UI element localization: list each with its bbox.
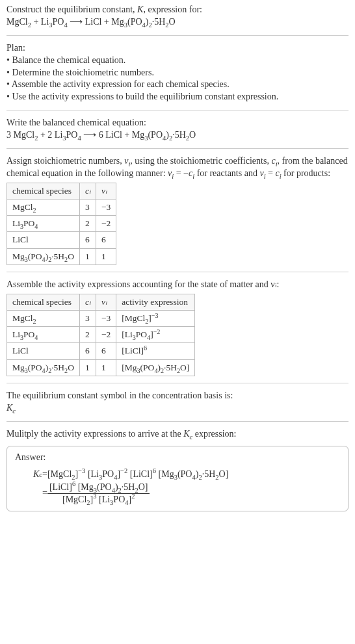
cell: [MgCl2]−3 — [116, 311, 195, 327]
h: νᵢ — [101, 186, 107, 196]
cell: 1 — [96, 248, 116, 264]
sp: (PO — [140, 363, 155, 372]
arrow: ⟶ — [81, 130, 99, 140]
sup: 6 — [72, 481, 75, 488]
cell: 6 — [79, 343, 96, 359]
k: K — [183, 429, 189, 439]
sup: −3 — [151, 312, 159, 319]
sp: Mg — [161, 469, 174, 479]
sp: (PO — [97, 482, 112, 492]
sp: (PO — [28, 363, 42, 372]
txt: , using the stoichiometric coefficients, — [130, 156, 271, 166]
stoich-intro: Assign stoichiometric numbers, νi, using… — [7, 155, 348, 180]
sp: (PO — [178, 469, 192, 479]
k: K — [7, 403, 12, 413]
table-row: Mg3(PO4)2·5H2O 1 1 [Mg3(PO4)2·5H2O] — [7, 359, 195, 376]
plus: + — [31, 17, 41, 27]
denominator: [MgCl2]3 [Li3PO4]2 — [60, 494, 137, 505]
sp: Mg — [125, 363, 137, 372]
h: νᵢ — [101, 297, 107, 307]
sp: + 2 Li — [38, 130, 62, 140]
cell: Mg3(PO4)2·5H2O — [7, 359, 80, 376]
sp: O — [219, 469, 226, 479]
plan-bullet: • Balance the chemical equation. — [7, 55, 348, 67]
multiply-text: Mulitply the activity expressions to arr… — [7, 429, 183, 439]
plan-title: Plan: — [7, 42, 348, 55]
cell: Li3PO4 — [7, 216, 80, 232]
col-header: chemical species — [7, 294, 80, 310]
sp: Li — [91, 469, 99, 479]
cell: 6 — [96, 232, 116, 248]
txt: Assign stoichiometric numbers, — [7, 156, 124, 166]
sp: O — [68, 363, 74, 372]
sub: c — [12, 407, 16, 415]
table-row: LiCl 6 6 [LiCl]6 — [7, 343, 195, 359]
sp: ·5H — [51, 363, 64, 372]
col-header: νᵢ — [96, 294, 116, 310]
table-row: LiCl 6 6 — [7, 232, 116, 248]
col-header: cᵢ — [79, 183, 96, 199]
cell: 6 — [79, 232, 96, 248]
plan-bullet: • Assemble the activity expression for e… — [7, 79, 348, 91]
sp: ·5H — [152, 17, 166, 27]
sp: 6 LiCl + Mg — [99, 130, 145, 140]
sp: Li — [41, 17, 49, 27]
cell: 2 — [79, 216, 96, 232]
sup: −2 — [120, 468, 127, 475]
table-row: MgCl2 3 −3 — [7, 200, 116, 216]
divider — [7, 272, 348, 272]
cell: Mg3(PO4)2·5H2O — [7, 248, 80, 264]
divider — [7, 148, 348, 149]
sp: MgCl — [66, 495, 87, 504]
sp: PO — [53, 17, 64, 27]
table-row: Li3PO4 2 −2 — [7, 216, 116, 232]
sp: ·5H — [202, 469, 216, 479]
sup: 6 — [144, 344, 147, 352]
sp: O — [68, 251, 74, 261]
cell: 1 — [79, 248, 96, 264]
sp: (PO — [148, 130, 163, 140]
eq: = — [42, 487, 47, 500]
answer-equation: Kc = [MgCl2]−3 [Li3PO4]−2 [LiCl]6 [Mg3(P… — [15, 469, 340, 505]
divider — [7, 110, 348, 110]
col-header: cᵢ — [79, 294, 96, 310]
sp: PO — [23, 218, 34, 228]
balanced-section: Write the balanced chemical equation: 3 … — [7, 117, 348, 142]
sub: 2 — [33, 207, 36, 214]
balanced-equation: 3 MgCl2 + 2 Li3PO4 ⟶ 6 LiCl + Mg3(PO4)2·… — [7, 130, 196, 140]
cell: −2 — [96, 327, 116, 343]
sub: 2 — [33, 318, 36, 325]
sp: (PO — [127, 17, 142, 27]
multiply-text-b: expression: — [192, 429, 236, 439]
answer-label: Answer: — [15, 452, 340, 464]
table-row: chemical species cᵢ νᵢ — [7, 183, 116, 199]
stoich-section: Assign stoichiometric numbers, νi, using… — [7, 155, 348, 265]
divider — [7, 35, 348, 36]
divider — [7, 383, 348, 383]
sub: 4 — [147, 334, 150, 341]
sp: Li — [12, 218, 20, 228]
sub: 4 — [114, 474, 117, 481]
sp: O — [138, 482, 145, 492]
activity-intro: Assemble the activity expressions accoun… — [7, 279, 348, 291]
plan: Plan: • Balance the chemical equation. •… — [7, 42, 348, 103]
table-row: Li3PO4 2 −2 [Li3PO4]−2 — [7, 327, 195, 343]
sp: 3 MgCl — [7, 130, 34, 140]
sp: PO — [23, 329, 34, 339]
plan-bullet: • Use the activity expressions to build … — [7, 91, 348, 103]
sp: Li — [102, 495, 110, 504]
cell: [Mg3(PO4)2·5H2O] — [116, 359, 195, 376]
fraction: [LiCl]6 [Mg3(PO4)2·5H2O] [MgCl2]3 [Li3PO… — [47, 482, 150, 505]
sup: −2 — [153, 328, 161, 335]
sp: LiCl + Mg — [85, 17, 124, 27]
kc-symbol: Kc — [7, 402, 348, 415]
txt: = − — [174, 168, 189, 178]
cell: 3 — [79, 311, 96, 327]
cell: 1 — [79, 359, 96, 376]
sp: ·5H — [122, 482, 135, 492]
k: K — [33, 469, 39, 481]
cell: −3 — [96, 200, 116, 216]
sp: Li — [125, 329, 133, 339]
col-header: νᵢ — [96, 183, 116, 199]
cell: Li3PO4 — [7, 327, 80, 343]
